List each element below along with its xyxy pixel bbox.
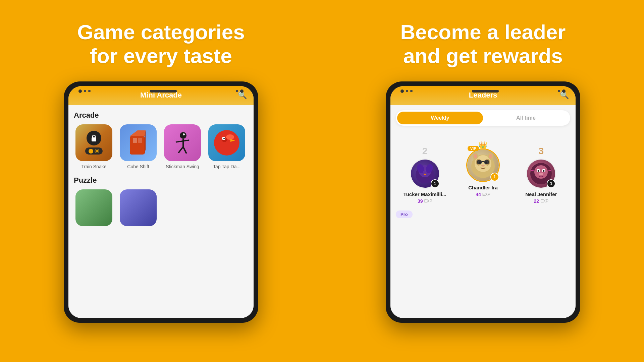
tab-weekly[interactable]: Weekly	[397, 112, 483, 124]
leader-exp-1: 44 EXP	[476, 192, 490, 197]
sensor-dot-r	[406, 90, 408, 92]
cube-svg	[125, 128, 152, 158]
coin-badge: 80	[85, 147, 103, 155]
svg-point-42	[489, 154, 492, 159]
puzzle-section-title: Puzzle	[74, 176, 248, 185]
lock-icon	[91, 134, 97, 142]
leader-name-1: Chandler Ira	[468, 185, 498, 190]
svg-line-9	[178, 147, 183, 153]
speaker-grille	[150, 90, 177, 93]
rank-badge-3: 1	[547, 179, 555, 188]
left-section: Game categories for every taste Mini Arc…	[0, 0, 322, 362]
tab-alltime[interactable]: All time	[483, 112, 569, 124]
phone-top-bar-right	[390, 86, 576, 96]
camera-dots-left	[78, 89, 91, 93]
game-icon-stickman	[164, 124, 201, 161]
coin-amount: 80	[95, 148, 99, 154]
svg-point-6	[180, 132, 186, 139]
svg-rect-50	[531, 170, 534, 171]
exp-number-3: 22	[534, 198, 539, 204]
leader-name-2: Tucker Maximilli...	[404, 191, 446, 197]
svg-point-41	[474, 154, 477, 159]
game-item-cube-shift[interactable]: Cube Shift	[118, 124, 158, 169]
avatar-container-1: 👑 VIP	[466, 148, 500, 182]
game-label-cube-shift: Cube Shift	[127, 164, 149, 169]
game-item-taptap[interactable]: Tap Tap Da...	[207, 124, 247, 169]
rank-badge-2: 1	[431, 179, 439, 188]
svg-point-38	[481, 165, 485, 167]
phone-top-bar	[68, 86, 254, 96]
camera-dot-right2-r	[562, 89, 566, 93]
camera-dots-right-phone	[400, 89, 413, 93]
game-item-stickman[interactable]: Stickman Swing	[162, 124, 203, 169]
avatar-container-3: 1	[526, 159, 556, 189]
phone-screen-right: Leaders 🔍 Weekly All time 2	[390, 86, 576, 318]
right-phone: Leaders 🔍 Weekly All time 2	[386, 81, 580, 323]
exp-label-3: EXP	[540, 199, 548, 203]
arcade-section-title: Arcade	[74, 111, 248, 120]
svg-rect-5	[138, 138, 142, 143]
svg-point-48	[543, 170, 545, 172]
coin-icon	[89, 149, 93, 154]
leader-exp-3: 22 EXP	[534, 198, 549, 204]
vip-badge: VIP	[468, 146, 479, 151]
svg-point-14	[226, 134, 234, 140]
app-content-left: Arcade	[68, 105, 254, 318]
svg-point-11	[183, 133, 185, 135]
right-headline: Become a leader and get rewards	[400, 20, 566, 68]
speaker-grille-right	[472, 90, 499, 93]
leader-name-3: Neal Jennifer	[525, 191, 557, 197]
stickman-svg	[169, 129, 196, 156]
leaders-podium: 2	[396, 132, 570, 207]
svg-rect-1	[130, 136, 145, 155]
puzzle-icon-1	[75, 189, 112, 226]
left-headline: Game categories for every taste	[77, 20, 245, 68]
headline-line1: Game categories	[77, 20, 245, 44]
exp-number-2: 39	[418, 198, 423, 204]
camera-dot-right	[236, 90, 238, 92]
bird-svg	[212, 128, 242, 158]
svg-point-47	[538, 170, 539, 172]
camera-dot	[78, 89, 82, 93]
leader-item-3: 3	[518, 146, 565, 204]
right-headline-line2: and get rewards	[403, 44, 562, 67]
svg-point-16	[223, 138, 225, 139]
avatar-container-2: 1	[410, 159, 440, 189]
sensor-dot2	[88, 90, 91, 92]
camera-right	[236, 89, 244, 93]
sensor-dot	[84, 90, 86, 92]
rank-badge-1: 1	[490, 173, 499, 181]
leaders-content: Weekly All time 2	[390, 105, 576, 318]
sensor-dot2-r	[410, 90, 413, 92]
camera-dot-right2	[240, 89, 244, 93]
right-headline-line1: Become a leader	[400, 20, 566, 44]
arcade-games-row: 80 Train Snake	[74, 124, 248, 169]
phone-screen-left: Mini Arcade 🔍 Arcade	[68, 86, 254, 318]
game-icon-cube-shift	[120, 124, 157, 161]
game-label-stickman: Stickman Swing	[166, 164, 199, 169]
crown-icon: 👑	[478, 141, 487, 150]
svg-rect-36	[484, 160, 489, 164]
puzzle-game-1[interactable]	[74, 189, 114, 229]
puzzle-section: Puzzle	[74, 176, 248, 229]
svg-rect-4	[133, 138, 137, 143]
camera-dot-r	[400, 89, 404, 93]
pro-row: Pro	[396, 210, 570, 218]
headline-line2: for every taste	[90, 44, 232, 67]
puzzle-icon-2	[120, 189, 157, 226]
game-icon-taptap	[208, 124, 245, 161]
camera-right-right	[558, 89, 566, 93]
svg-rect-0	[92, 137, 96, 141]
right-section: Become a leader and get rewards Leaders …	[322, 0, 644, 362]
svg-marker-2	[130, 130, 146, 136]
svg-point-12	[214, 130, 239, 156]
pro-badge: Pro	[396, 210, 413, 218]
game-label-train-snake: Train Snake	[82, 164, 107, 169]
leader-item-1: 1 👑 VIP	[460, 136, 506, 197]
svg-line-10	[183, 147, 186, 154]
tab-bar: Weekly All time	[396, 110, 570, 126]
svg-rect-51	[548, 170, 551, 171]
game-item-train-snake[interactable]: 80 Train Snake	[74, 124, 114, 169]
svg-rect-35	[477, 160, 482, 164]
puzzle-game-2[interactable]	[118, 189, 158, 229]
